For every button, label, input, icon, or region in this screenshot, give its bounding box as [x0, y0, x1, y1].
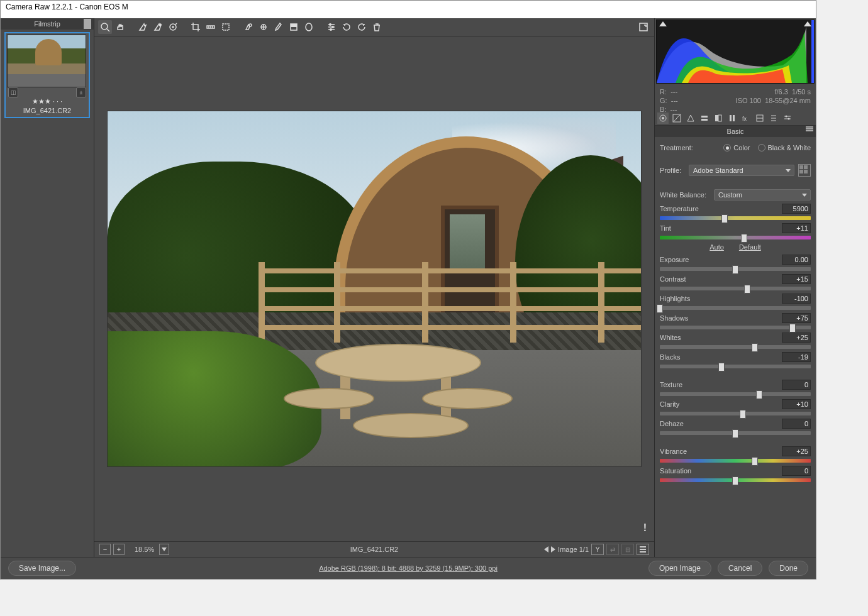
delete-icon[interactable] [370, 20, 384, 34]
zoom-dropdown[interactable] [159, 544, 169, 555]
shadows-slider-thumb[interactable] [789, 324, 796, 333]
clarity-value[interactable]: +10 [782, 399, 811, 409]
svg-rect-29 [701, 119, 708, 121]
blacks-value[interactable]: -19 [782, 352, 811, 362]
zoom-in-button[interactable]: + [113, 544, 125, 555]
workflow-options-link[interactable]: Adobe RGB (1998); 8 bit; 4888 by 3259 (1… [319, 564, 498, 572]
color-radio[interactable] [723, 144, 731, 151]
saturation-value[interactable]: 0 [782, 466, 811, 476]
toggle-fullscreen-icon[interactable] [637, 20, 650, 34]
exposure-value[interactable]: 0.00 [782, 255, 811, 265]
texture-slider-thumb[interactable] [756, 390, 762, 399]
prev-image-button[interactable] [544, 546, 548, 553]
dehaze-slider-thumb[interactable] [732, 429, 738, 438]
vibrance-value[interactable]: +25 [782, 446, 811, 456]
copy-button[interactable]: ⊟ [621, 544, 634, 555]
texture-slider[interactable] [660, 392, 811, 396]
color-sampler-tool-icon[interactable] [151, 20, 165, 34]
auto-button[interactable]: Auto [709, 243, 724, 251]
highlights-slider[interactable] [660, 306, 811, 310]
dehaze-value[interactable]: 0 [782, 419, 811, 429]
temperature-slider-thumb[interactable] [721, 214, 728, 223]
preview-filename: IMG_6421.CR2 [350, 546, 398, 553]
zoom-out-button[interactable]: − [99, 544, 111, 555]
vibrance-slider[interactable] [660, 459, 811, 463]
dehaze-slider[interactable] [660, 431, 811, 435]
tint-label: Tint [660, 224, 671, 232]
highlights-slider-thumb[interactable] [657, 304, 663, 313]
tint-slider-thumb[interactable] [741, 234, 747, 243]
whites-slider[interactable] [660, 345, 811, 349]
profile-dropdown[interactable]: Adobe Standard [689, 165, 794, 176]
next-image-button[interactable] [551, 546, 555, 553]
wb-dropdown[interactable]: Custom [714, 189, 811, 201]
title-bar: Camera Raw 12.2.1 - Canon EOS M [1, 1, 816, 18]
preferences-tool-icon[interactable] [325, 20, 338, 34]
open-image-button[interactable]: Open Image [648, 561, 711, 576]
red-eye-tool-icon[interactable] [257, 20, 270, 34]
saturation-slider-thumb[interactable] [732, 476, 738, 485]
vibrance-slider-thumb[interactable] [752, 457, 758, 466]
cancel-button[interactable]: Cancel [718, 561, 762, 576]
spot-removal-tool-icon[interactable] [242, 20, 255, 34]
footer-bar: Save Image... Adobe RGB (1998); 8 bit; 4… [1, 557, 816, 579]
filmstrip-thumbnail[interactable]: ◫ ± ★★★ · · · IMG_6421.CR2 [4, 32, 90, 118]
svg-point-43 [788, 118, 790, 120]
crop-tool-icon[interactable] [189, 20, 203, 34]
temperature-slider-row: Temperature 5900 [660, 204, 811, 220]
svg-point-20 [330, 24, 331, 26]
warning-icon[interactable]: ! [643, 522, 647, 534]
zoom-tool-icon[interactable] [98, 20, 112, 34]
tint-value[interactable]: +11 [782, 223, 811, 233]
radial-filter-tool-icon[interactable] [302, 20, 316, 34]
blacks-slider-thumb[interactable] [718, 363, 725, 371]
blacks-slider[interactable] [660, 365, 811, 368]
preview-area[interactable]: ! [94, 36, 654, 541]
hand-tool-icon[interactable] [113, 20, 127, 34]
filmstrip-menu-icon[interactable] [84, 21, 91, 27]
bw-radio-label[interactable]: Black & White [768, 144, 811, 151]
rotate-ccw-icon[interactable] [340, 20, 353, 34]
contrast-slider-thumb[interactable] [744, 285, 750, 294]
bw-radio[interactable] [758, 144, 765, 151]
shadows-slider[interactable] [660, 326, 811, 329]
adjustment-brush-tool-icon[interactable] [272, 20, 286, 34]
preview-status-bar: − + 18.5% IMG_6421.CR2 Image 1/1 Y ⇄ ⊟ [94, 541, 654, 557]
thumbnail-filename: IMG_6421.CR2 [7, 106, 87, 116]
adjustments-panel: R: --- G: --- B: --- f/6.3 1/50 s ISO 10… [654, 18, 816, 557]
clarity-slider[interactable] [660, 412, 811, 415]
view-settings-icon[interactable] [637, 544, 649, 555]
saturation-slider[interactable] [660, 478, 811, 482]
shadows-value[interactable]: +75 [782, 313, 811, 323]
highlights-value[interactable]: -100 [782, 294, 811, 304]
straighten-tool-icon[interactable] [204, 20, 218, 34]
exposure-slider-thumb[interactable] [732, 265, 738, 274]
texture-value[interactable]: 0 [782, 380, 811, 390]
contrast-slider[interactable] [660, 287, 811, 290]
clarity-slider-thumb[interactable] [740, 410, 746, 419]
before-after-button[interactable]: Y [591, 544, 604, 555]
histogram[interactable] [656, 19, 815, 84]
wb-label: White Balance: [660, 191, 714, 199]
save-image-button[interactable]: Save Image... [8, 561, 76, 576]
color-radio-label[interactable]: Color [733, 144, 750, 151]
rotate-cw-icon[interactable] [355, 20, 369, 34]
target-adjust-tool-icon[interactable] [166, 20, 180, 34]
temperature-slider[interactable] [660, 216, 811, 220]
exposure-slider[interactable] [660, 267, 811, 271]
temperature-value[interactable]: 5900 [782, 204, 811, 214]
swap-button[interactable]: ⇄ [606, 544, 619, 555]
whites-value[interactable]: +25 [782, 333, 811, 343]
svg-point-4 [172, 26, 174, 28]
basic-menu-icon[interactable] [806, 128, 813, 129]
profile-browser-icon[interactable] [798, 164, 811, 177]
done-button[interactable]: Done [769, 561, 808, 576]
graduated-filter-tool-icon[interactable] [287, 20, 301, 34]
default-button[interactable]: Default [739, 243, 761, 251]
thumbnail-rating[interactable]: ★★★ · · · [7, 97, 87, 106]
whites-slider-thumb[interactable] [752, 343, 758, 352]
contrast-value[interactable]: +15 [782, 274, 811, 284]
transform-tool-icon[interactable] [219, 20, 233, 34]
tint-slider[interactable] [660, 236, 811, 239]
white-balance-tool-icon[interactable] [136, 20, 150, 34]
